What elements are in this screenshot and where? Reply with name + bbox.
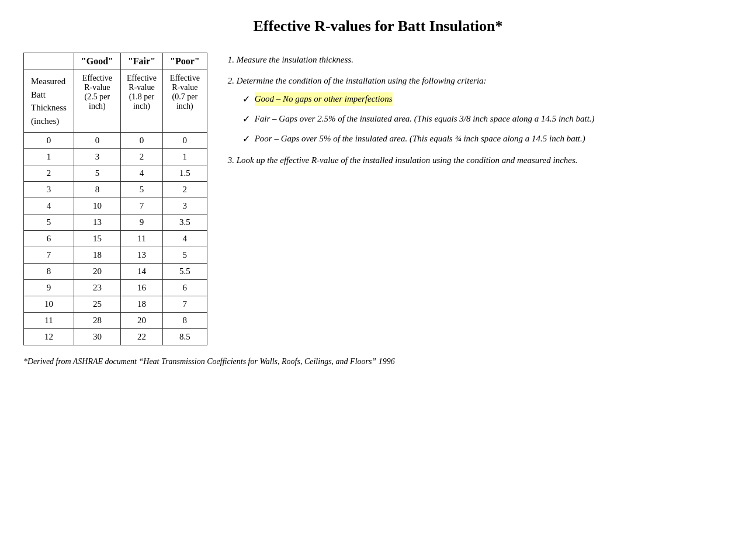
step-1: Measure the insulation thickness. [237,53,733,67]
sub-header-good: EffectiveR-value(2.5 perinch) [74,70,120,133]
table-row: 9 23 16 6 [24,280,207,296]
fair-cell: 5 [120,182,162,198]
thickness-cell: 10 [24,296,74,313]
table-row: 5 13 9 3.5 [24,214,207,231]
table-row: 2 5 4 1.5 [24,165,207,182]
table-row: 0 0 0 0 [24,133,207,149]
good-cell: 3 [74,149,120,165]
table-row: 3 8 5 2 [24,182,207,198]
poor-cell: 8.5 [163,329,207,345]
fair-cell: 22 [120,329,162,345]
col-header-good: "Good" [74,53,120,70]
criteria-list: ✓Good – No gaps or other imperfections✓F… [242,92,733,146]
fair-cell: 14 [120,264,162,280]
table-row: 4 10 7 3 [24,198,207,214]
check-icon: ✓ [242,92,250,106]
fair-cell: 4 [120,165,162,182]
thickness-cell: 5 [24,214,74,231]
poor-cell: 1.5 [163,165,207,182]
sub-header-poor: EffectiveR-value(0.7 perinch) [163,70,207,133]
thickness-cell: 2 [24,165,74,182]
fair-cell: 20 [120,313,162,329]
poor-cell: 7 [163,296,207,313]
good-cell: 13 [74,214,120,231]
step-2: Determine the condition of the installat… [237,74,733,146]
good-cell: 15 [74,231,120,247]
table-row: 11 28 20 8 [24,313,207,329]
poor-cell: 8 [163,313,207,329]
table-section: "Good" "Fair" "Poor" MeasuredBattThickne… [23,53,207,345]
thickness-cell: 1 [24,149,74,165]
poor-cell: 3.5 [163,214,207,231]
col-header-fair: "Fair" [120,53,162,70]
thickness-cell: 7 [24,247,74,264]
table-row: 1 3 2 1 [24,149,207,165]
main-content: "Good" "Fair" "Poor" MeasuredBattThickne… [23,53,733,345]
step-3: Look up the effective R-value of the ins… [237,153,733,167]
check-icon: ✓ [242,132,250,146]
poor-cell: 5 [163,247,207,264]
fair-cell: 11 [120,231,162,247]
good-cell: 25 [74,296,120,313]
good-cell: 28 [74,313,120,329]
fair-cell: 18 [120,296,162,313]
poor-cell: 5.5 [163,264,207,280]
fair-cell: 16 [120,280,162,296]
col-header-poor: "Poor" [163,53,207,70]
good-cell: 0 [74,133,120,149]
r-values-table: "Good" "Fair" "Poor" MeasuredBattThickne… [23,53,207,345]
thickness-cell: 9 [24,280,74,296]
good-cell: 5 [74,165,120,182]
good-cell: 18 [74,247,120,264]
good-cell: 23 [74,280,120,296]
thickness-cell: 6 [24,231,74,247]
good-cell: 10 [74,198,120,214]
poor-cell: 2 [163,182,207,198]
fair-cell: 2 [120,149,162,165]
sub-header-fair: EffectiveR-value(1.8 perinch) [120,70,162,133]
steps-list: Measure the insulation thickness. Determ… [237,53,733,167]
criteria-text: Fair – Gaps over 2.5% of the insulated a… [255,112,595,126]
good-cell: 8 [74,182,120,198]
table-row: 7 18 13 5 [24,247,207,264]
thickness-cell: 4 [24,198,74,214]
table-row: 6 15 11 4 [24,231,207,247]
fair-cell: 13 [120,247,162,264]
thickness-cell: 11 [24,313,74,329]
criteria-good: ✓Good – No gaps or other imperfections [242,92,733,106]
thickness-cell: 0 [24,133,74,149]
criteria-fair: ✓Fair – Gaps over 2.5% of the insulated … [242,112,733,126]
table-row: 10 25 18 7 [24,296,207,313]
thickness-cell: 3 [24,182,74,198]
fair-cell: 7 [120,198,162,214]
criteria-text: Good – No gaps or other imperfections [255,92,393,106]
poor-cell: 3 [163,198,207,214]
table-row: 8 20 14 5.5 [24,264,207,280]
good-cell: 20 [74,264,120,280]
table-row: 12 30 22 8.5 [24,329,207,345]
footnote: *Derived from ASHRAE document “Heat Tran… [23,357,467,366]
row-header-label: MeasuredBattThickness(inches) [24,70,74,133]
page-title: Effective R-values for Batt Insulation* [23,18,733,35]
instructions-section: Measure the insulation thickness. Determ… [225,53,733,174]
thickness-cell: 12 [24,329,74,345]
poor-cell: 4 [163,231,207,247]
criteria-text: Poor – Gaps over 5% of the insulated are… [255,132,585,146]
check-icon: ✓ [242,112,250,126]
good-cell: 30 [74,329,120,345]
poor-cell: 0 [163,133,207,149]
fair-cell: 9 [120,214,162,231]
criteria-poor: ✓Poor – Gaps over 5% of the insulated ar… [242,132,733,146]
poor-cell: 6 [163,280,207,296]
thickness-cell: 8 [24,264,74,280]
poor-cell: 1 [163,149,207,165]
fair-cell: 0 [120,133,162,149]
